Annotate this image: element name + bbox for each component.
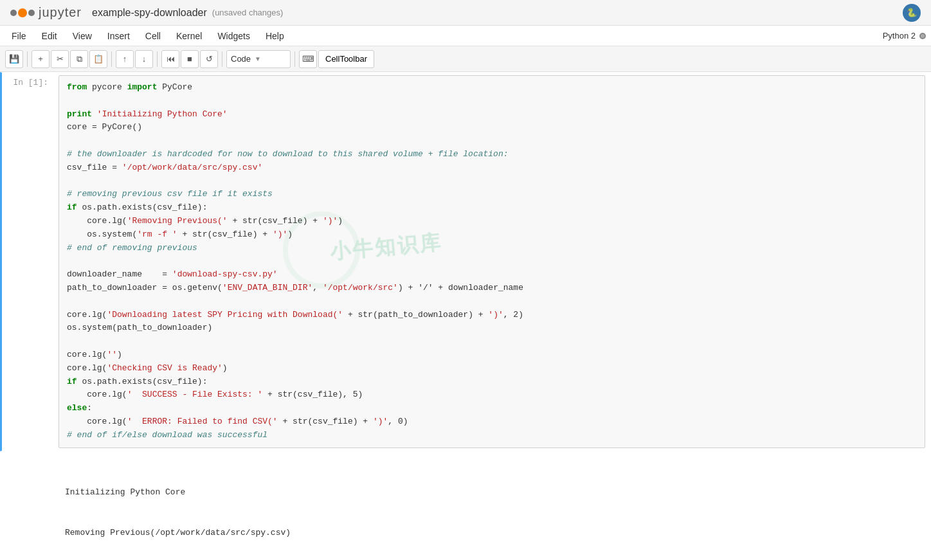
str-paren1: ')' [323,216,338,226]
jupyter-logo: jupyter [10,5,82,20]
kw-from: from [67,82,87,92]
output-cell: Initializing Python Core Removing Previo… [0,451,931,560]
kw-print: print [67,109,92,119]
str-removing: 'Removing Previous(' [127,216,228,226]
dropdown-arrow-icon: ▼ [255,55,261,62]
comment-hardcoded: # the downloader is hardcoded for now to… [67,149,509,159]
notebook-title: example-spy-downloader [92,7,207,19]
menu-insert[interactable]: Insert [101,28,136,44]
str-downloading: 'Downloading latest SPY Pricing with Dow… [107,310,343,320]
title-bar: jupyter example-spy-downloader (unsaved … [0,0,931,26]
output-content-area: Initializing Python Core Removing Previo… [52,452,930,560]
kw-if2: if [67,377,77,386]
menu-widgets[interactable]: Widgets [211,28,257,44]
comment-end-ifelse: # end of if/else download was successful [67,430,267,440]
logo-circle-center [18,8,27,17]
str-success: ' SUCCESS - File Exists: ' [127,390,263,399]
kernel-status-circle [919,33,926,39]
jupyter-text: jupyter [39,5,82,20]
goto-top-button[interactable]: ⏮ [161,50,179,68]
menu-help[interactable]: Help [259,28,291,44]
cell-toolbar-button[interactable]: CellToolbar [318,50,374,68]
paste-button[interactable]: 📋 [89,50,107,68]
code-cell: In [1]: from pycore import PyCore print … [0,72,931,451]
str-checking: 'Checking CSV is Ready' [107,363,222,373]
toolbar: 💾 + ✂ ⧉ 📋 ↑ ↓ ⏮ ■ ↺ Code ▼ ⌨ CellToolbar [0,46,931,72]
str-paren4: ')' [373,417,388,426]
restart-button[interactable]: ↺ [200,50,218,68]
kernel-status-label: Python 2 [883,31,916,41]
toolbar-sep-2 [111,51,112,67]
move-up-button[interactable]: ↑ [116,50,134,68]
cell-prompt: In [1]: [2,73,53,451]
toolbar-sep-4 [222,51,222,67]
cut-button[interactable]: ✂ [51,50,69,68]
comment-removing: # removing previous csv file if it exist… [67,189,273,199]
cell-input-area: from pycore import PyCore print 'Initial… [53,73,930,451]
menu-bar: File Edit View Insert Cell Kernel Widget… [0,26,931,46]
menu-kernel[interactable]: Kernel [170,28,208,44]
notebook-area: In [1]: from pycore import PyCore print … [0,72,931,560]
str-paren3: ')' [488,310,503,320]
add-cell-button[interactable]: + [32,50,50,68]
toolbar-sep-1 [27,51,28,67]
str-downloader: 'download-spy-csv.py' [172,269,278,279]
str-rm: 'rm -f ' [137,230,177,239]
toolbar-sep-3 [157,51,158,67]
toolbar-sep-5 [294,51,295,67]
save-button[interactable]: 💾 [5,50,23,68]
move-down-button[interactable]: ↓ [135,50,153,68]
python-badge: 🐍 [903,4,921,22]
output-area: Initializing Python Core Removing Previo… [57,455,925,560]
str-init: 'Initializing Python Core' [97,109,228,119]
str-error: ' ERROR: Failed to find CSV(' [127,417,278,426]
cell-type-dropdown[interactable]: Code ▼ [226,50,291,68]
output-prompt [1,452,52,560]
comment-end-removing: # end of removing previous [67,243,197,253]
str-empty: '' [107,350,117,359]
menu-edit[interactable]: Edit [35,28,64,44]
stop-button[interactable]: ■ [181,50,199,68]
output-line-1: Initializing Python Core [65,486,917,500]
keyboard-button[interactable]: ⌨ [299,50,317,68]
menu-cell[interactable]: Cell [139,28,167,44]
str-csv-path: '/opt/work/data/src/spy.csv' [122,163,262,172]
code-editor[interactable]: from pycore import PyCore print 'Initial… [59,75,925,448]
cell-type-label: Code [231,54,251,64]
menu-file[interactable]: File [5,28,33,44]
str-env: 'ENV_DATA_BIN_DIR' [222,283,312,293]
str-paren2: ')' [273,230,287,239]
kw-else: else [67,403,87,413]
unsaved-label: (unsaved changes) [212,8,284,17]
python-icon: 🐍 [903,4,921,22]
menu-view[interactable]: View [66,28,98,44]
kernel-status: Python 2 [883,31,926,41]
jupyter-logo-icon [10,8,35,17]
output-line-2: Removing Previous(/opt/work/data/src/spy… [65,527,917,540]
logo-circle-right [28,10,35,16]
logo-circle-left [10,10,17,16]
kw-import: import [127,82,158,92]
copy-button[interactable]: ⧉ [70,50,88,68]
kw-if1: if [67,203,77,212]
str-opt-work: '/opt/work/src' [323,283,398,293]
